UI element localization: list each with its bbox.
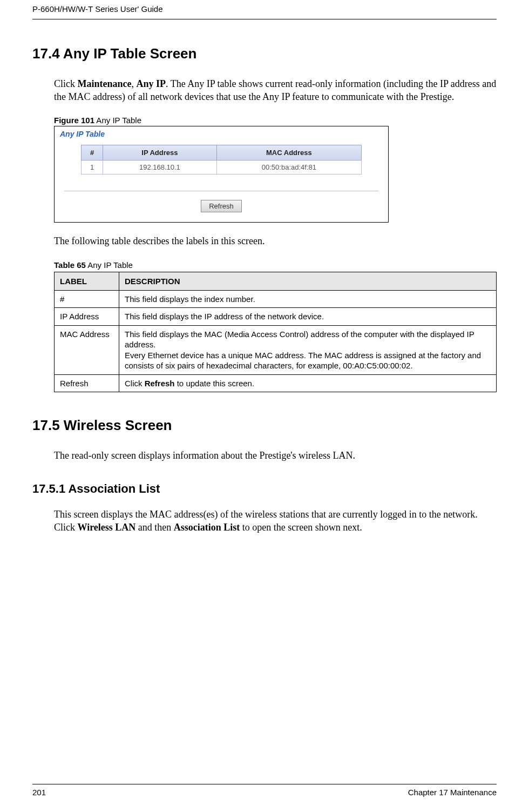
desc-hash: This field displays the index number. (119, 290, 497, 308)
bold-association-list: Association List (174, 522, 240, 533)
bold-refresh: Refresh (145, 379, 175, 388)
figure-101-caption: Figure 101 Any IP Table (54, 116, 497, 125)
th-description: DESCRIPTION (119, 272, 497, 290)
refresh-button[interactable]: Refresh (201, 200, 242, 212)
heading-17-5: 17.5 Wireless Screen (32, 417, 497, 434)
caption-bold: Table 65 (54, 260, 86, 270)
table-65: LABEL DESCRIPTION # This field displays … (54, 272, 497, 393)
table-65-caption: Table 65 Any IP Table (54, 260, 497, 270)
table-row: 1 192.168.10.1 00:50:ba:ad:4f:81 (82, 160, 362, 174)
label-hash: # (55, 290, 119, 308)
heading-17-4: 17.4 Any IP Table Screen (32, 45, 497, 62)
label-refresh: Refresh (55, 374, 119, 392)
table-row: Refresh Click Refresh to update this scr… (55, 374, 497, 392)
footer-rule (32, 784, 497, 784)
para-174-1: Click Maintenance, Any IP. The Any IP ta… (54, 77, 497, 104)
bold-maintenance: Maintenance (78, 78, 132, 89)
page-footer: 201 Chapter 17 Maintenance (32, 784, 497, 797)
label-ip-address: IP Address (55, 308, 119, 326)
desc-refresh: Click Refresh to update this screen. (119, 374, 497, 392)
th-label: LABEL (55, 272, 119, 290)
cell-mac: 00:50:ba:ad:4f:81 (216, 160, 361, 174)
fig-divider (64, 191, 378, 191)
text: This field displays the MAC (Media Acces… (125, 330, 474, 350)
bold-wireless-lan: Wireless LAN (78, 522, 136, 533)
text: Click (125, 379, 145, 388)
caption-rest: Any IP Table (94, 116, 141, 125)
heading-17-5-1: 17.5.1 Association List (32, 482, 497, 496)
desc-mac-address: This field displays the MAC (Media Acces… (119, 325, 497, 374)
page-number: 201 (32, 788, 46, 797)
table-row: # This field displays the index number. (55, 290, 497, 308)
text: Every Ethernet device has a unique MAC a… (125, 351, 481, 371)
table-row: MAC Address This field displays the MAC … (55, 325, 497, 374)
any-ip-table-title: Any IP Table (60, 130, 383, 138)
text: to update this screen. (175, 379, 255, 388)
text: Click (54, 78, 78, 89)
para-1751: This screen displays the MAC address(es)… (54, 508, 497, 534)
figure-101-box: Any IP Table # IP Address MAC Address 1 … (54, 126, 389, 223)
text: to open the screen shown next. (240, 522, 362, 533)
caption-bold: Figure 101 (54, 116, 94, 125)
any-ip-table: # IP Address MAC Address 1 192.168.10.1 … (81, 145, 362, 175)
para-175: The read-only screen displays informatio… (54, 449, 497, 462)
chapter-label: Chapter 17 Maintenance (408, 788, 497, 797)
doc-title: P-660H/HW/W-T Series User' Guide (32, 4, 163, 14)
col-num: # (82, 145, 103, 160)
cell-ip: 192.168.10.1 (103, 160, 217, 174)
label-mac-address: MAC Address (55, 325, 119, 374)
bold-any-ip: Any IP (136, 78, 166, 89)
text: and then (135, 522, 173, 533)
desc-ip-address: This field displays the IP address of th… (119, 308, 497, 326)
page-header: P-660H/HW/W-T Series User' Guide (0, 0, 529, 19)
cell-num: 1 (82, 160, 103, 174)
col-mac: MAC Address (216, 145, 361, 160)
mid-para: The following table describes the labels… (54, 234, 497, 247)
caption-rest: Any IP Table (86, 260, 133, 270)
col-ip: IP Address (103, 145, 217, 160)
table-row: IP Address This field displays the IP ad… (55, 308, 497, 326)
